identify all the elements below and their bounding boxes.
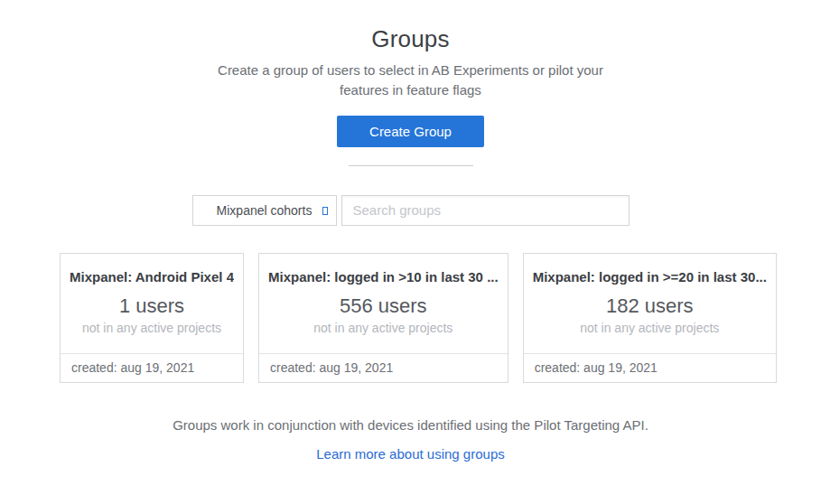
group-card-title: Mixpanel: logged in >=20 in last 30... [533,269,767,285]
group-card[interactable]: Mixpanel: Android Pixel 4 1 users not in… [60,253,244,383]
group-card-status: not in any active projects [268,321,499,335]
create-group-button[interactable]: Create Group [337,116,484,147]
filter-row: Mixpanel cohorts [0,195,821,226]
group-card[interactable]: Mixpanel: logged in >10 in last 30 ... 5… [258,253,508,383]
groups-page: Groups Create a group of users to select… [0,0,821,462]
learn-more-link[interactable]: Learn more about using groups [316,446,504,462]
group-card-body: Mixpanel: logged in >=20 in last 30... 1… [524,254,776,353]
group-card-title: Mixpanel: logged in >10 in last 30 ... [268,269,499,285]
group-cards-row: Mixpanel: Android Pixel 4 1 users not in… [60,253,761,383]
group-card[interactable]: Mixpanel: logged in >=20 in last 30... 1… [523,253,777,383]
footer-info-text: Groups work in conjunction with devices … [0,417,821,433]
cohort-source-dropdown[interactable]: Mixpanel cohorts [192,195,337,226]
page-header: Groups Create a group of users to select… [0,25,821,166]
group-card-users-count: 182 users [533,294,767,318]
group-card-body: Mixpanel: Android Pixel 4 1 users not in… [61,254,243,353]
page-subtitle: Create a group of users to select in AB … [199,61,623,100]
group-card-users-count: 556 users [268,294,499,318]
page-title: Groups [0,25,821,53]
group-card-status: not in any active projects [533,321,767,335]
group-card-title: Mixpanel: Android Pixel 4 [70,269,234,285]
group-card-created: created: aug 19, 2021 [61,353,243,382]
cohort-dropdown-value: Mixpanel cohorts [217,203,313,218]
search-groups-input[interactable] [341,195,630,226]
group-card-created: created: aug 19, 2021 [259,353,508,382]
group-card-users-count: 1 users [70,294,234,318]
dropdown-caret-icon [322,207,328,215]
group-card-body: Mixpanel: logged in >10 in last 30 ... 5… [259,254,508,353]
header-divider [349,165,473,166]
group-card-created: created: aug 19, 2021 [524,353,776,382]
group-card-status: not in any active projects [70,321,234,335]
